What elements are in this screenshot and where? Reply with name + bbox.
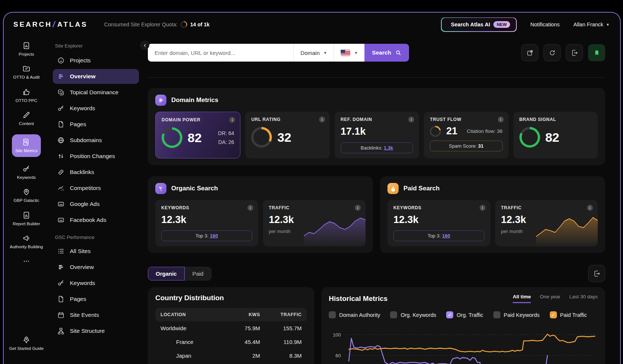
sidebar-item-subdomains[interactable]: Subdomains (53, 133, 139, 148)
paid-search-icon: $ (387, 183, 399, 194)
notifications-button[interactable]: Notifications (528, 22, 560, 27)
rail-item-site-metrics[interactable]: Site Metrics (12, 134, 41, 157)
sidebar-item-all-sites[interactable]: All Sites (53, 244, 139, 259)
sidebar-item-pages[interactable]: Pages (53, 292, 139, 306)
sidebar-section-title: Site Explorer (53, 42, 139, 53)
rail-more-button[interactable] (6, 257, 47, 265)
bars3-icon (57, 263, 65, 271)
ad-icon: Ad (57, 200, 65, 208)
info-icon[interactable]: i (480, 205, 486, 211)
sidebar-item-backlinks[interactable]: Backlinks (53, 165, 139, 180)
sidebar-item-competitors[interactable]: Competitors (53, 181, 139, 196)
rail-item-keywords[interactable]: Keywords (6, 165, 47, 180)
range-tab-one-year[interactable]: One year (540, 294, 561, 303)
globe-icon (57, 137, 65, 144)
sidebar-item-overview[interactable]: Overview (53, 260, 139, 275)
paid-keywords-card: KEYWORDS i 12.3k Top 3: 160 (387, 200, 490, 246)
legend-checkbox-org-keywords[interactable]: Org. Keywords (390, 311, 436, 318)
sidebar-item-overview[interactable]: Overview (53, 69, 139, 84)
domain-type-select[interactable]: Domain ▼ (293, 44, 334, 62)
rail-item-gbp-galactic[interactable]: GBP Galactic (6, 188, 47, 203)
search-button[interactable]: Search (364, 44, 409, 62)
checkbox-icon: ✓ (446, 311, 453, 318)
svg-text:Ad: Ad (59, 219, 63, 222)
sidebar-section-title: GSC Performance (53, 229, 139, 244)
pill-value: 160 (210, 233, 218, 239)
sidebar-item-position-changes[interactable]: Position Changes (53, 149, 139, 164)
refresh-button[interactable] (543, 44, 561, 61)
search-atlas-ai-button[interactable]: Search Atlas AI NEW (441, 17, 516, 32)
info-icon[interactable]: i (229, 117, 235, 123)
info-icon[interactable]: i (498, 117, 504, 122)
rail-item-label: Report Builder (13, 221, 40, 226)
info-icon[interactable]: i (319, 117, 325, 122)
rail-item-label: Get Started Guide (9, 346, 44, 351)
sidebar-item-facebook-ads[interactable]: AdFacebook Ads (53, 213, 139, 227)
search-input[interactable] (148, 44, 293, 62)
notifications-label: Notifications (530, 22, 560, 27)
column-location: LOCATION (160, 312, 226, 317)
structure-icon (57, 327, 65, 335)
rail-item-otto-audit[interactable]: OTTO & Audit (6, 65, 47, 80)
progress-ring (519, 127, 540, 148)
sidebar-item-projects[interactable]: Projects (53, 53, 139, 68)
results-tabs-row: Organic Paid (148, 265, 605, 282)
legend-checkbox-paid-keywords[interactable]: Paid Keywords (493, 311, 540, 318)
rocket-icon (22, 336, 30, 344)
card-label: KEYWORDS (161, 205, 252, 210)
legend-checkbox-paid-traffic[interactable]: ✓Paid Traffic (550, 311, 587, 318)
rail-item-projects[interactable]: Projects (6, 42, 47, 57)
sidebar-item-site-events[interactable]: Site Events (53, 308, 139, 322)
range-tab-last-30-days[interactable]: Last 30 days (569, 294, 598, 303)
tab-paid[interactable]: Paid (185, 267, 211, 281)
sidebar-item-topical-dominance[interactable]: Topical Dominance (53, 85, 139, 100)
info-icon[interactable]: i (408, 117, 414, 122)
organic-search-panel: Organic Search KEYWORDS i 12.3k Top 3: 1… (148, 176, 373, 253)
pill-label: Top 3: (428, 233, 441, 239)
top3-pill[interactable]: Top 3: 160 (161, 230, 252, 241)
user-menu[interactable]: Allan Franck ▼ (571, 22, 610, 27)
open-external-button[interactable] (521, 44, 538, 61)
sidebar-item-google-ads[interactable]: AdGoogle Ads (53, 197, 139, 211)
info-icon[interactable]: i (247, 205, 253, 211)
rail-item-content[interactable]: Content (6, 111, 47, 126)
sidebar-item-site-structure[interactable]: Site Structure (53, 324, 139, 338)
da-value: DA: 26 (218, 139, 234, 145)
bars3-icon (57, 73, 65, 80)
svg-text:Ad: Ad (59, 203, 63, 206)
sidebar-collapse-button[interactable] (140, 41, 149, 50)
brand-logo[interactable]: SEARCH / ATLAS (13, 20, 88, 29)
country-select[interactable]: ▼ (334, 44, 364, 62)
bookmark-button[interactable] (588, 44, 605, 61)
tab-organic[interactable]: Organic (148, 267, 185, 281)
export-button[interactable] (566, 44, 583, 61)
sidebar-item-keywords[interactable]: Keywords (53, 276, 139, 291)
rail-item-report-builder[interactable]: Report Builder (6, 211, 47, 226)
paid-traffic-sparkline (536, 210, 598, 247)
range-tab-all-time[interactable]: All time (513, 294, 531, 303)
bars-icon (158, 97, 164, 104)
rail-item-get-started-guide[interactable]: Get Started Guide (6, 336, 47, 351)
table-row[interactable]: France1.4M3.2M (155, 363, 307, 364)
page-icon (57, 295, 65, 303)
table-row[interactable]: Worldwide75.9M155.7M (155, 321, 307, 335)
top3-pill[interactable]: Top 3: 160 (393, 230, 484, 241)
pill-value: 31 (478, 143, 483, 149)
backlinks-pill[interactable]: Backlinks: 1.3k (341, 142, 413, 153)
checkbox-icon (329, 311, 336, 318)
sidebar-item-keywords[interactable]: Keywords (53, 101, 139, 116)
quota-value: 14 of 1k (190, 22, 210, 27)
rail-item-authority-building[interactable]: Authority Building (6, 234, 47, 249)
spam-score-pill[interactable]: Spam Score: 31 (430, 141, 502, 151)
icon-rail: ProjectsOTTO & AuditOTTO PPCContentSite … (4, 36, 49, 364)
export-results-button[interactable] (588, 265, 605, 282)
rail-item-otto-ppc[interactable]: OTTO PPC (6, 88, 47, 103)
table-row[interactable]: Japan2M8.3M (155, 349, 307, 363)
location-cell: Worldwide (160, 325, 226, 331)
table-row[interactable]: France45.4M110.9M (155, 335, 307, 349)
legend-checkbox-org-traffic[interactable]: ✓Org. Traffic (446, 311, 483, 318)
domain-metrics-panel: Domain Metrics DOMAIN POWER i 82 DR: 64 … (148, 88, 605, 165)
sidebar-item-pages[interactable]: Pages (53, 117, 139, 132)
organic-search-icon (155, 183, 166, 194)
legend-checkbox-domain-authority[interactable]: Domain Authority (329, 311, 380, 318)
